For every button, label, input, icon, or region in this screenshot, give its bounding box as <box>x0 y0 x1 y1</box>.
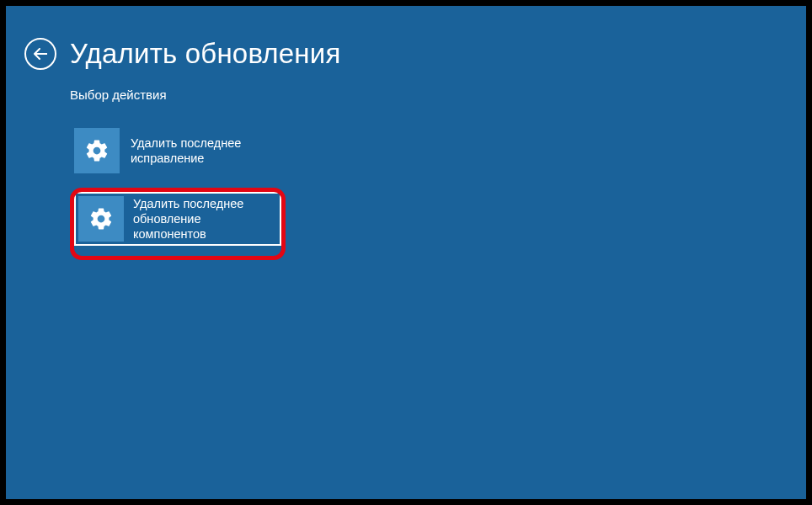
gear-icon <box>78 196 124 242</box>
option-remove-quality-update[interactable]: Удалить последнее исправление <box>70 124 265 178</box>
header: Удалить обновления <box>24 38 341 70</box>
gear-icon <box>74 128 120 173</box>
page-subtitle: Выбор действия <box>70 88 167 102</box>
option-label: Удалить последнее исправление <box>124 136 265 166</box>
highlight-annotation: Удалить последнее обновление компонентов <box>70 188 286 260</box>
page-title: Удалить обновления <box>70 38 341 70</box>
options-list: Удалить последнее исправление Удалить по… <box>70 124 286 260</box>
back-button[interactable] <box>24 38 56 70</box>
recovery-screen: Удалить обновления Выбор действия Удалит… <box>0 0 812 505</box>
back-arrow-icon <box>34 48 47 60</box>
option-label: Удалить последнее обновление компонентов <box>126 196 280 242</box>
option-remove-feature-update[interactable]: Удалить последнее обновление компонентов <box>74 192 281 246</box>
